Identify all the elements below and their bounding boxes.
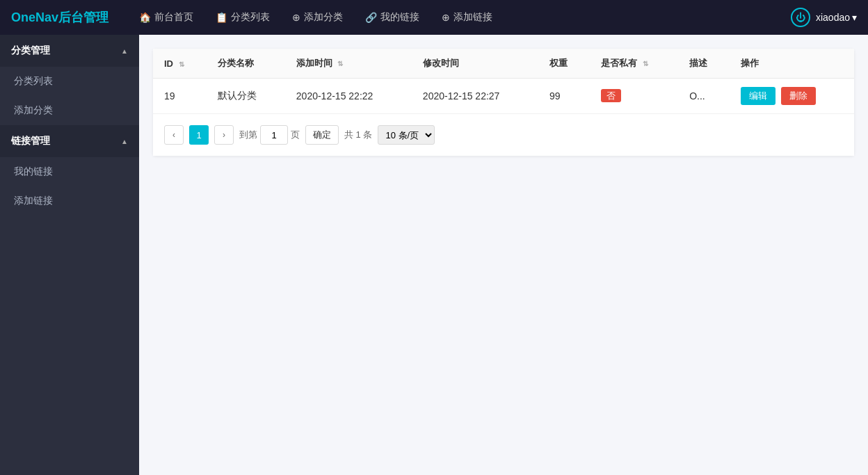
user-menu[interactable]: xiaodao ▾ <box>816 12 857 23</box>
col-add-time[interactable]: 添加时间 ⇅ <box>285 49 412 79</box>
sidebar-group-link[interactable]: 链接管理 ▲ <box>0 125 139 157</box>
add-link-icon: ⊕ <box>442 12 450 23</box>
col-name: 分类名称 <box>207 49 284 79</box>
top-nav: OneNav后台管理 🏠 前台首页 📋 分类列表 ⊕ 添加分类 🔗 我的链接 ⊕… <box>0 0 868 35</box>
sort-icon-private: ⇅ <box>643 60 648 67</box>
app-logo: OneNav后台管理 <box>11 9 108 26</box>
table-header-row: ID ⇅ 分类名称 添加时间 ⇅ 修改时间 <box>153 49 854 79</box>
cell-weight: 99 <box>538 79 590 114</box>
main-content: ID ⇅ 分类名称 添加时间 ⇅ 修改时间 <box>139 35 868 475</box>
layout: 分类管理 ▲ 分类列表 添加分类 链接管理 ▲ 我的链接 添加链接 <box>0 35 868 475</box>
prev-page-button[interactable]: ‹ <box>164 125 184 145</box>
add-category-icon: ⊕ <box>292 12 300 23</box>
power-icon[interactable]: ⏻ <box>791 8 810 27</box>
page-goto: 到第 页 <box>239 125 300 145</box>
table-card: ID ⇅ 分类名称 添加时间 ⇅ 修改时间 <box>153 49 854 156</box>
cell-name: 默认分类 <box>207 79 284 114</box>
home-icon: 🏠 <box>139 12 151 23</box>
sidebar-item-add-category[interactable]: 添加分类 <box>0 96 139 125</box>
col-weight: 权重 <box>538 49 590 79</box>
col-action: 操作 <box>730 49 854 79</box>
nav-item-category-list[interactable]: 📋 分类列表 <box>206 7 280 28</box>
chevron-up-icon-2: ▲ <box>121 138 128 145</box>
pagination: ‹ 1 › 到第 页 确定 共 1 条 10 条/页 20 条/页 50 条/页 <box>153 113 854 156</box>
list-icon: 📋 <box>216 12 227 23</box>
sidebar: 分类管理 ▲ 分类列表 添加分类 链接管理 ▲ 我的链接 添加链接 <box>0 35 139 475</box>
page-size-select[interactable]: 10 条/页 20 条/页 50 条/页 <box>378 125 435 145</box>
col-private[interactable]: 是否私有 ⇅ <box>590 49 678 79</box>
cell-modify-time: 2020-12-15 22:27 <box>412 79 538 114</box>
delete-button[interactable]: 删除 <box>781 87 816 105</box>
col-desc: 描述 <box>678 49 730 79</box>
private-tag: 否 <box>601 89 621 102</box>
cell-desc: O... <box>678 79 730 114</box>
nav-item-add-category[interactable]: ⊕ 添加分类 <box>282 7 353 28</box>
cell-private: 否 <box>590 79 678 114</box>
link-icon: 🔗 <box>365 12 377 23</box>
sidebar-item-add-link[interactable]: 添加链接 <box>0 186 139 216</box>
dropdown-icon: ▾ <box>852 12 857 23</box>
nav-item-my-links[interactable]: 🔗 我的链接 <box>355 7 429 28</box>
next-icon: › <box>223 130 225 140</box>
page-number-1[interactable]: 1 <box>189 125 209 145</box>
page-total: 共 1 条 <box>344 129 372 141</box>
nav-item-home[interactable]: 🏠 前台首页 <box>129 7 203 28</box>
prev-icon: ‹ <box>172 130 175 140</box>
next-page-button[interactable]: › <box>214 125 234 145</box>
col-modify-time: 修改时间 <box>412 49 538 79</box>
cell-id: 19 <box>153 79 207 114</box>
sort-icon-add-time: ⇅ <box>337 60 343 67</box>
page-confirm-button[interactable]: 确定 <box>305 125 339 145</box>
sidebar-group-category[interactable]: 分类管理 ▲ <box>0 35 139 67</box>
col-id[interactable]: ID ⇅ <box>153 49 207 79</box>
nav-item-add-link[interactable]: ⊕ 添加链接 <box>432 7 502 28</box>
top-nav-menu: 🏠 前台首页 📋 分类列表 ⊕ 添加分类 🔗 我的链接 ⊕ 添加链接 <box>129 7 791 28</box>
table-row: 19 默认分类 2020-12-15 22:22 2020-12-15 22:2… <box>153 79 854 114</box>
sort-icon-id: ⇅ <box>179 61 184 68</box>
edit-button[interactable]: 编辑 <box>741 87 775 105</box>
cell-add-time: 2020-12-15 22:22 <box>285 79 412 114</box>
top-nav-right: ⏻ xiaodao ▾ <box>791 8 857 27</box>
sidebar-item-my-links[interactable]: 我的链接 <box>0 157 139 186</box>
chevron-up-icon: ▲ <box>121 47 128 55</box>
page-goto-input[interactable] <box>260 125 288 145</box>
sidebar-item-category-list[interactable]: 分类列表 <box>0 67 139 96</box>
category-table: ID ⇅ 分类名称 添加时间 ⇅ 修改时间 <box>153 49 854 113</box>
cell-action: 编辑 删除 <box>730 79 854 114</box>
